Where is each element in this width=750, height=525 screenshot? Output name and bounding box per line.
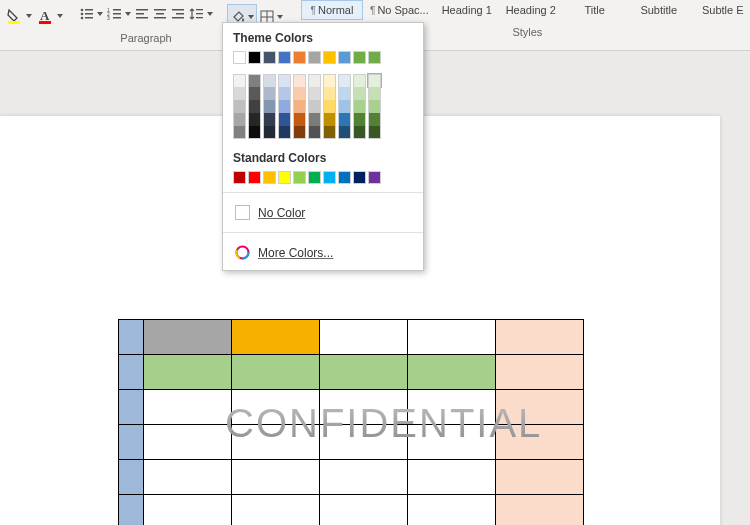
table-cell[interactable] [144,460,232,495]
shade-swatch[interactable] [248,87,261,100]
shade-swatch[interactable] [353,100,366,113]
shade-swatch[interactable] [323,126,336,139]
align-right-button[interactable] [169,2,187,26]
table-cell[interactable] [408,390,496,425]
table-cell[interactable] [232,425,320,460]
theme-swatch[interactable] [278,51,291,64]
style-no-spac-[interactable]: ¶No Spac... [365,0,434,20]
table-cell[interactable] [496,495,584,526]
shade-swatch[interactable] [308,87,321,100]
table-cell[interactable] [408,320,496,355]
table-cell[interactable] [232,355,320,390]
shade-swatch[interactable] [323,100,336,113]
shade-swatch[interactable] [293,74,306,87]
shade-swatch[interactable] [293,126,306,139]
table-cell[interactable] [119,495,144,526]
standard-swatch[interactable] [368,171,381,184]
shade-swatch[interactable] [353,126,366,139]
theme-swatch[interactable] [353,51,366,64]
shade-swatch[interactable] [353,113,366,126]
document-table[interactable] [118,319,584,525]
theme-swatch[interactable] [338,51,351,64]
shade-swatch[interactable] [308,126,321,139]
highlight-color-button[interactable] [4,4,34,28]
shade-swatch[interactable] [233,113,246,126]
standard-swatch[interactable] [323,171,336,184]
shade-swatch[interactable] [263,87,276,100]
table-cell[interactable] [232,390,320,425]
shade-swatch[interactable] [278,74,291,87]
standard-swatch[interactable] [308,171,321,184]
table-cell[interactable] [408,495,496,526]
table-cell[interactable] [408,425,496,460]
shade-swatch[interactable] [308,113,321,126]
table-cell[interactable] [408,460,496,495]
shade-swatch[interactable] [293,113,306,126]
numbering-button[interactable]: 123 [105,2,133,26]
font-color-button[interactable]: A [35,4,65,28]
theme-swatch[interactable] [323,51,336,64]
theme-swatch[interactable] [293,51,306,64]
shade-swatch[interactable] [278,87,291,100]
shade-swatch[interactable] [308,74,321,87]
style-heading-1[interactable]: Heading 1 [436,0,498,20]
style-subtitle[interactable]: Subtitle [628,0,690,20]
shade-swatch[interactable] [293,100,306,113]
standard-swatch[interactable] [248,171,261,184]
shade-swatch[interactable] [248,100,261,113]
shade-swatch[interactable] [248,74,261,87]
style-title[interactable]: Title [564,0,626,20]
table-cell[interactable] [232,460,320,495]
table-cell[interactable] [320,390,408,425]
table-cell[interactable] [144,390,232,425]
standard-swatch[interactable] [278,171,291,184]
standard-swatch[interactable] [353,171,366,184]
shade-swatch[interactable] [263,100,276,113]
standard-swatch[interactable] [338,171,351,184]
standard-swatch[interactable] [263,171,276,184]
shade-swatch[interactable] [278,126,291,139]
table-cell[interactable] [144,425,232,460]
shade-swatch[interactable] [368,113,381,126]
table-cell[interactable] [320,495,408,526]
shade-swatch[interactable] [368,126,381,139]
shade-swatch[interactable] [338,87,351,100]
table-cell[interactable] [496,460,584,495]
shade-swatch[interactable] [353,87,366,100]
theme-swatch[interactable] [248,51,261,64]
shade-swatch[interactable] [338,113,351,126]
shade-swatch[interactable] [233,87,246,100]
table-cell[interactable] [496,425,584,460]
table-cell[interactable] [144,320,232,355]
align-left-button[interactable] [133,2,151,26]
table-cell[interactable] [119,425,144,460]
table-cell[interactable] [144,355,232,390]
table-cell[interactable] [496,355,584,390]
shade-swatch[interactable] [278,113,291,126]
table-cell[interactable] [408,355,496,390]
table-cell[interactable] [119,355,144,390]
shade-swatch[interactable] [368,74,381,87]
theme-swatch[interactable] [233,51,246,64]
shade-swatch[interactable] [338,74,351,87]
shade-swatch[interactable] [293,87,306,100]
table-cell[interactable] [119,390,144,425]
table-cell[interactable] [119,460,144,495]
table-cell[interactable] [119,320,144,355]
shade-swatch[interactable] [233,126,246,139]
shade-swatch[interactable] [308,100,321,113]
table-cell[interactable] [320,355,408,390]
shade-swatch[interactable] [233,74,246,87]
more-colors-item[interactable]: More Colors... [233,241,413,264]
theme-swatch[interactable] [308,51,321,64]
table-cell[interactable] [320,320,408,355]
table-cell[interactable] [496,320,584,355]
shade-swatch[interactable] [323,74,336,87]
shade-swatch[interactable] [323,87,336,100]
standard-swatch[interactable] [293,171,306,184]
table-cell[interactable] [232,495,320,526]
shade-swatch[interactable] [263,74,276,87]
shade-swatch[interactable] [263,113,276,126]
shade-swatch[interactable] [323,113,336,126]
theme-swatch[interactable] [263,51,276,64]
